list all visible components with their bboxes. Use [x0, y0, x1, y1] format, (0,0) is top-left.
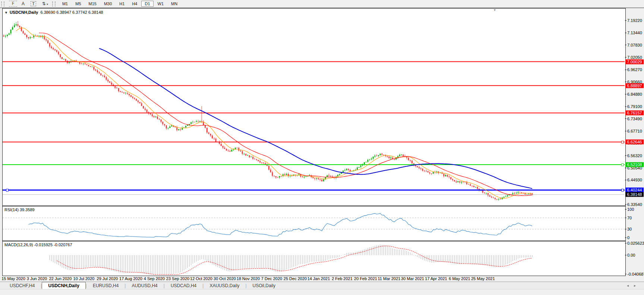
- price-tick-label: 6.84880: [627, 92, 642, 96]
- macd-histogram: [50, 245, 532, 275]
- tab-usdchf-h4[interactable]: USDCHF,H4: [4, 282, 41, 289]
- price-tick-label: 6.67710: [627, 129, 642, 133]
- macd-signal-line: [57, 246, 532, 275]
- chart-shift-marker-icon[interactable]: ▼: [493, 8, 496, 12]
- line-handle[interactable]: [621, 189, 624, 191]
- price-badge: 6.52108: [625, 162, 644, 167]
- rsi-tick-label: 30: [627, 227, 632, 231]
- price-badge: 6.40244: [625, 188, 644, 193]
- price-tick-label: 6.44930: [627, 178, 642, 182]
- rsi-tick-label: 0: [627, 235, 629, 240]
- date-tick-label: 10 Jul 2020: [73, 276, 95, 281]
- price-tick-label: 6.79100: [627, 104, 642, 109]
- chart-canvas[interactable]: [0, 0, 644, 295]
- tab-prev-icon[interactable]: ◂: [627, 283, 634, 288]
- date-tick-label: 17 Aug 2020: [119, 276, 142, 281]
- rsi-tick-label: 100: [627, 207, 634, 212]
- price-tick-label: 7.13440: [627, 31, 642, 35]
- line-handle[interactable]: [6, 189, 9, 191]
- date-tick-label: 12 Oct 2020: [190, 276, 212, 281]
- tab-usdcad-h4[interactable]: USDCAD,H4: [165, 282, 202, 289]
- price-badge: 7.00029: [625, 59, 644, 64]
- axis-tick-marks: [625, 20, 626, 274]
- price-badge: 6.76157: [625, 111, 644, 115]
- price-badge: 6.62646: [625, 140, 644, 145]
- price-tick-label: 6.73490: [627, 117, 642, 121]
- rsi-label: RSI(14) 39.3589: [4, 207, 35, 212]
- status-strip: [0, 289, 644, 295]
- date-tick-label: 14 Jan 2021: [307, 276, 330, 281]
- macd-tick-label: -0.040687: [627, 272, 644, 276]
- line-handle[interactable]: [621, 141, 624, 143]
- terminal-window: F A T ⇅▾ M1M5M15M30H1H4D1W1MN ▼USDCNH,Da…: [0, 0, 644, 295]
- rsi-line: [28, 213, 532, 237]
- tab-usdcnh-daily[interactable]: USDCNH,Daily: [42, 282, 85, 289]
- date-tick-label: 23 Sep 2020: [166, 276, 189, 281]
- tab-eurusd-h4[interactable]: EURUSD,H4: [87, 282, 124, 289]
- macd-tick-label: 0.025623: [627, 241, 644, 245]
- price-tick-label: 6.33540: [627, 202, 642, 207]
- date-tick-label: 22 Jun 2020: [49, 276, 72, 281]
- date-tick-label: 20 Feb 2021: [354, 276, 377, 281]
- collapse-arrow-icon[interactable]: ▼: [4, 11, 8, 15]
- chart-tabs: USDCHF,H4|USDCNH,Daily|EURUSD,H4|AUDUSD,…: [4, 282, 281, 289]
- line-handle[interactable]: [621, 164, 624, 166]
- date-tick-label: 25 May 2021: [471, 276, 495, 281]
- date-tick-label: 17 Apr 2021: [425, 276, 447, 281]
- candlestick-series: [3, 21, 533, 201]
- price-tick-label: 7.19220: [627, 18, 642, 23]
- tab-audusd-h4[interactable]: AUDUSD,H4: [126, 282, 163, 289]
- date-tick-label: 2 Feb 2021: [332, 276, 353, 281]
- date-tick-label: 7 Dec 2020: [261, 276, 282, 281]
- ohlc-values: 6.38690 6.38947 6.37742 6.38148: [40, 10, 103, 15]
- chart-tab-bar: USDCHF,H4|USDCNH,Daily|EURUSD,H4|AUDUSD,…: [0, 282, 644, 289]
- tab-next-icon[interactable]: ▸: [634, 283, 641, 288]
- rsi-tick-label: 70: [627, 216, 632, 220]
- tab-usoil-daily[interactable]: USOil,Daily: [247, 282, 281, 289]
- price-tick-label: 7.07830: [627, 43, 642, 47]
- tab-xauusd-daily[interactable]: XAUUSD,Daily: [203, 282, 245, 289]
- date-tick-label: 6 May 2021: [449, 276, 470, 281]
- price-tick-label: 6.96270: [627, 67, 642, 72]
- rsi-value: 39.3589: [20, 207, 35, 212]
- date-tick-label: 18 Nov 2020: [237, 276, 260, 281]
- date-tick-label: 30 Oct 2020: [214, 276, 236, 281]
- macd-label: MACD(12,26,9) -0.015925 -0.020767: [4, 242, 72, 247]
- time-axis: 15 May 20203 Jun 202022 Jun 202010 Jul 2…: [0, 275, 644, 281]
- date-tick-label: 30 Mar 2021: [401, 276, 424, 281]
- date-tick-label: 29 Jul 2020: [97, 276, 118, 281]
- date-tick-label: 15 May 2020: [1, 276, 25, 281]
- symbol-label: USDCNH,Daily: [10, 10, 38, 15]
- chart-title: ▼USDCNH,Daily 6.38690 6.38947 6.37742 6.…: [4, 10, 103, 15]
- date-tick-label: 25 Dec 2020: [284, 276, 307, 281]
- date-tick-label: 11 Mar 2021: [378, 276, 401, 281]
- date-tick-label: 3 Jun 2020: [27, 276, 47, 281]
- macd-tick-label: 0.00: [627, 253, 635, 257]
- price-badge: 6.38148: [625, 192, 644, 197]
- date-tick-label: 4 Sep 2020: [144, 276, 165, 281]
- price-badge: 6.88897: [625, 83, 644, 88]
- macd-values: -0.015925 -0.020767: [34, 242, 72, 247]
- price-tick-label: 6.56320: [627, 153, 642, 158]
- tab-scroll-arrows[interactable]: ◂▸: [627, 283, 641, 288]
- ma-line-55: [99, 48, 532, 188]
- ma-line-21: [39, 33, 532, 196]
